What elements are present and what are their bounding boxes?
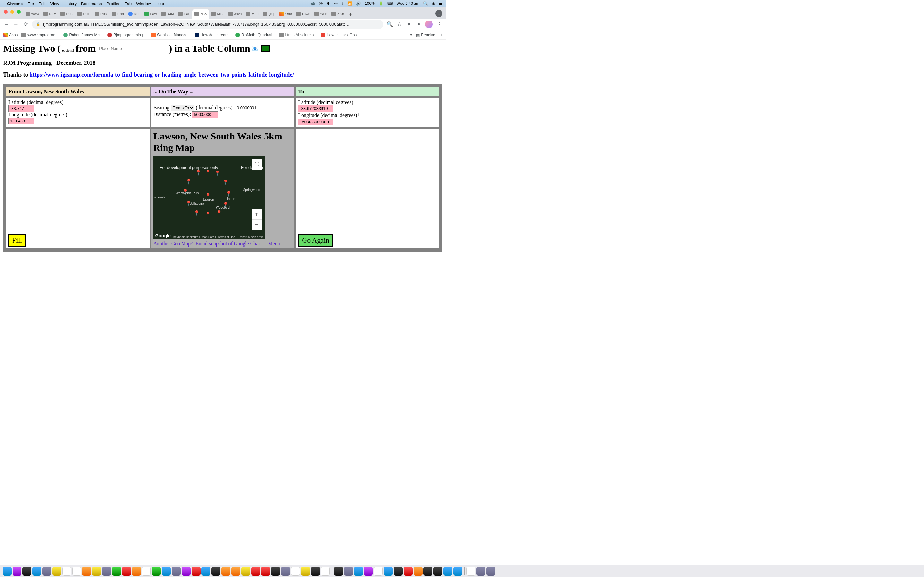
browser-tab[interactable]: Map xyxy=(244,9,260,19)
forward-button[interactable]: → xyxy=(13,21,19,27)
menu-profiles[interactable]: Profiles xyxy=(107,1,120,6)
mapq-link[interactable]: Map? xyxy=(181,241,193,246)
browser-tab[interactable]: Law xyxy=(142,9,158,19)
browser-tab[interactable]: Post xyxy=(58,9,75,19)
bookmark-overflow[interactable]: » xyxy=(410,33,413,37)
browser-tab[interactable]: One xyxy=(278,9,294,19)
another-link[interactable]: Another xyxy=(153,241,170,246)
new-tab-button[interactable]: + xyxy=(346,10,355,19)
bookmark-apps[interactable]: Apps xyxy=(3,33,18,37)
browser-tab[interactable]: Post xyxy=(93,9,110,19)
app-name[interactable]: Chrome xyxy=(7,1,23,6)
minimize-window-button[interactable] xyxy=(10,10,14,14)
video-icon[interactable]: 📹 xyxy=(310,1,315,6)
browser-tab[interactable]: Rob xyxy=(126,9,142,19)
back-button[interactable]: ← xyxy=(3,21,10,27)
menu-view[interactable]: View xyxy=(50,1,59,6)
browser-tab[interactable]: rjmp xyxy=(261,9,277,19)
maximize-window-button[interactable] xyxy=(17,10,21,14)
email-icon[interactable]: 📧 xyxy=(252,45,260,52)
browser-tab[interactable]: 27.5 xyxy=(330,9,346,19)
browser-tab[interactable]: Eart xyxy=(176,9,192,19)
chrome-window: www RJM Post PHP Post Eart Rob Law RJM E… xyxy=(0,7,446,255)
place-name-input[interactable] xyxy=(97,45,168,52)
browser-tab-active[interactable]: N✕ xyxy=(192,9,209,19)
bluetooth-icon[interactable]: ᛒ xyxy=(341,1,344,6)
bookmark-item[interactable]: Robert James Met... xyxy=(63,33,103,37)
to-data-cell: Latitude (decimal degrees): Longitude (d… xyxy=(296,97,440,127)
control-center-icon[interactable]: ☰ xyxy=(439,1,443,6)
fill-button[interactable]: Fill xyxy=(8,234,26,247)
tab-overflow-button[interactable]: ⌄ xyxy=(435,10,443,17)
bookmark-item[interactable]: www.rjmprogram... xyxy=(21,33,59,37)
from-lat-input[interactable] xyxy=(8,105,34,112)
browser-tab[interactable]: www xyxy=(24,9,41,19)
browser-tab[interactable]: PHP xyxy=(75,9,92,19)
browser-tab[interactable]: Java xyxy=(226,9,244,19)
reading-list-button[interactable]: ▤Reading List xyxy=(416,33,443,37)
online-badge-icon[interactable] xyxy=(261,45,270,52)
menu-icon[interactable]: ⋮ xyxy=(436,21,443,27)
download-icon[interactable]: ▼ xyxy=(406,21,412,27)
go-again-button[interactable]: Go Again xyxy=(298,234,333,247)
volume-icon[interactable]: 🔊 xyxy=(356,1,361,6)
fill-cell: Fill xyxy=(6,128,150,249)
google-map[interactable]: For development purposes only For develo… xyxy=(153,156,265,239)
map-footer: Keyboard shortcuts | Map Data | Terms of… xyxy=(172,235,263,239)
spotlight-icon[interactable]: 🔍 xyxy=(423,1,428,6)
menu-tab[interactable]: Tab xyxy=(125,1,132,6)
profile-avatar[interactable] xyxy=(425,21,433,28)
menu-file[interactable]: File xyxy=(27,1,34,6)
bearing-input[interactable] xyxy=(235,105,261,111)
bookmark-item[interactable]: How to Hack Goo... xyxy=(321,33,360,37)
bookmark-item[interactable]: html - Absolute p... xyxy=(279,33,317,37)
clock[interactable]: Wed 9:40 am xyxy=(397,1,419,6)
zoom-out-button[interactable]: − xyxy=(252,219,262,230)
bookmark-item[interactable]: How do I stream... xyxy=(195,33,232,37)
display-icon[interactable]: ▭ xyxy=(334,1,338,6)
extensions-icon[interactable]: ✦ xyxy=(415,21,422,27)
menu-window[interactable]: Window xyxy=(136,1,151,6)
zoom-in-button[interactable]: + xyxy=(252,210,262,219)
macos-menubar: Chrome File Edit View History Bookmarks … xyxy=(0,0,446,7)
close-tab-icon[interactable]: ✕ xyxy=(204,12,207,16)
menu-edit[interactable]: Edit xyxy=(39,1,45,6)
email-snapshot-link[interactable]: Email snapshot of Google Chart ... xyxy=(195,241,267,246)
browser-tab[interactable]: RJM xyxy=(159,9,176,19)
menu-bookmarks[interactable]: Bookmarks xyxy=(81,1,102,6)
input-icon[interactable]: ⌨ xyxy=(387,1,393,6)
browser-tab[interactable]: RJM xyxy=(41,9,58,19)
sync-icon[interactable]: ⚙ xyxy=(326,1,330,6)
address-bar[interactable]: 🔒 rjmprogramming.com.au/HTMLCSS/missing_… xyxy=(32,20,383,29)
browser-tab[interactable]: Laws xyxy=(294,9,312,19)
close-window-button[interactable] xyxy=(4,10,8,14)
reload-button[interactable]: ⟳ xyxy=(23,21,29,27)
battery-icon[interactable]: 🔋 xyxy=(379,1,383,6)
to-lat-input[interactable] xyxy=(298,105,333,112)
siri-icon[interactable]: ◉ xyxy=(432,1,435,6)
menu-help[interactable]: Help xyxy=(156,1,164,6)
bookmark-item[interactable]: Rjmprogramming.... xyxy=(107,33,147,37)
from-data-cell: Latitude (decimal degrees): Longitude (d… xyxy=(6,97,150,127)
lock-icon[interactable]: 🔒 xyxy=(36,22,40,26)
menu-history[interactable]: History xyxy=(63,1,76,6)
browser-tab[interactable]: Eart xyxy=(110,9,126,19)
search-icon[interactable]: 🔍 xyxy=(387,21,393,27)
fullscreen-button[interactable]: ⛶ xyxy=(252,159,262,169)
to-lon-input[interactable] xyxy=(298,119,333,125)
bookmark-item[interactable]: BioMath: Quadrati... xyxy=(236,33,276,37)
from-lon-input[interactable] xyxy=(8,118,34,124)
star-icon[interactable]: ☆ xyxy=(396,21,403,27)
distance-input[interactable] xyxy=(192,111,218,118)
browser-tab[interactable]: Miss xyxy=(209,9,226,19)
monitor-icon[interactable]: Ⓜ xyxy=(319,1,323,6)
bearing-direction-select[interactable]: From->To xyxy=(171,105,194,111)
browser-tab[interactable]: Web xyxy=(312,9,329,19)
thanks-link[interactable]: https://www.igismap.com/formula-to-find-… xyxy=(29,71,294,78)
bookmark-item[interactable]: WebHost Manage... xyxy=(151,33,191,37)
geo-link[interactable]: Geo xyxy=(171,241,180,246)
map-cell: Lawson, New South Wales 5km Ring Map For… xyxy=(151,128,295,249)
menu-link[interactable]: Menu xyxy=(268,241,280,246)
wifi-icon[interactable]: 📶 xyxy=(347,1,352,6)
window-controls xyxy=(3,10,24,17)
